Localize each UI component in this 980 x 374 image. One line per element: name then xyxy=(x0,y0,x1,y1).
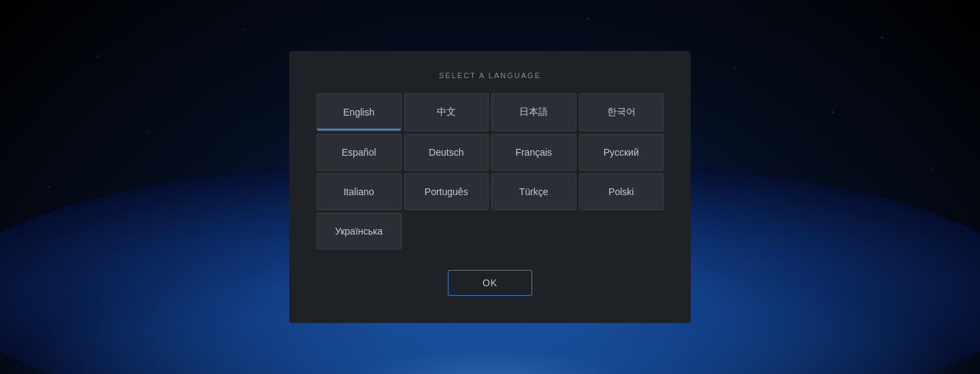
page-wrapper: SELECT A LANGUAGE English中文日本語한국어Español… xyxy=(0,0,980,374)
dialog-title: SELECT A LANGUAGE xyxy=(316,71,664,80)
lang-btn-portuguese[interactable]: Português xyxy=(404,173,489,210)
lang-btn-chinese[interactable]: 中文 xyxy=(404,93,489,131)
lang-btn-french[interactable]: Français xyxy=(491,134,576,171)
lang-btn-korean[interactable]: 한국어 xyxy=(579,93,664,131)
lang-btn-german[interactable]: Deutsch xyxy=(404,134,489,171)
lang-btn-russian[interactable]: Русский xyxy=(579,134,664,171)
lang-btn-turkish[interactable]: Türkçe xyxy=(491,173,576,210)
lang-btn-ukrainian[interactable]: Українська xyxy=(316,213,402,250)
lang-btn-english[interactable]: English xyxy=(316,93,402,131)
lang-btn-spanish[interactable]: Español xyxy=(316,134,402,171)
lang-btn-japanese[interactable]: 日本語 xyxy=(491,93,576,131)
ok-button[interactable]: OK xyxy=(448,270,532,296)
ok-btn-wrapper: OK xyxy=(316,270,664,296)
language-dialog: SELECT A LANGUAGE English中文日本語한국어Español… xyxy=(289,51,691,323)
language-grid: English中文日本語한국어EspañolDeutschFrançaisРус… xyxy=(316,93,664,250)
lang-btn-polish[interactable]: Polski xyxy=(579,173,664,210)
lang-btn-italian[interactable]: Italiano xyxy=(316,173,402,210)
